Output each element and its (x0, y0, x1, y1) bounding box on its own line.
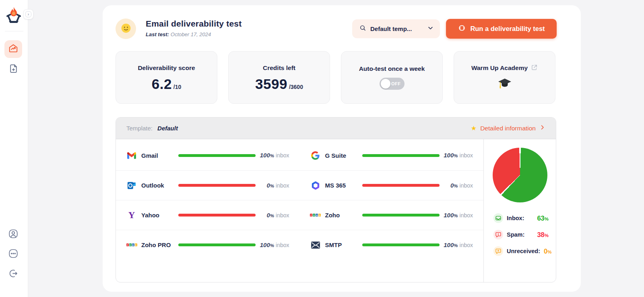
providers-grid: Gmail100%inbox G Suite100%inbox Outlook0… (116, 139, 483, 282)
provider-row-zoho: ZO HOZoho100%inbox (300, 200, 484, 230)
template-select[interactable]: Default temp... (352, 19, 440, 38)
pie-legend: Inbox:63% Spam:38% Unreceived:0% (484, 213, 556, 256)
provider-name: Outlook (141, 182, 178, 189)
legend-value: 38% (537, 231, 549, 239)
provider-inbox-percentage: 100%inbox (256, 241, 289, 249)
provider-row-gmail: Gmail100%inbox (116, 140, 300, 170)
smtp-icon (310, 241, 321, 249)
gsuite-icon (310, 151, 321, 160)
spam-icon (493, 230, 503, 239)
deliverability-gauge-icon (458, 24, 466, 34)
provider-row-ms-365: MS 3650%inbox (300, 170, 484, 200)
sidebar-item-more[interactable] (4, 245, 22, 263)
run-button-label: Run a deliverability test (470, 25, 545, 33)
sidebar-item-dashboard[interactable] (4, 40, 22, 58)
sidebar-item-profile[interactable] (4, 226, 22, 243)
last-test-date: October 17, 2024 (171, 31, 211, 37)
score-suffix: /10 (173, 84, 181, 90)
legend-label: Spam: (507, 231, 533, 238)
chevron-right-icon (539, 124, 545, 132)
logout-icon (8, 268, 19, 280)
legend-value: 0% (544, 248, 551, 255)
template-label: Template: (126, 125, 153, 132)
legend-item-unreceived: Unreceived:0% (493, 246, 549, 256)
provider-inbox-bar (362, 243, 440, 246)
toggle-knob (381, 79, 390, 89)
credits-label: Credits left (263, 64, 295, 72)
provider-inbox-bar (362, 154, 440, 157)
run-deliverability-test-button[interactable]: Run a deliverability test (446, 19, 557, 39)
card-deliverability-score: Deliverability score 6.2 /10 (116, 51, 217, 104)
legend-label: Unreceived: (507, 248, 540, 254)
provider-inbox-bar (178, 214, 256, 217)
card-credits-left: Credits left 3599 /3600 (228, 51, 330, 104)
provider-name: SMTP (325, 241, 362, 248)
deliverability-pie-chart (493, 148, 547, 202)
provider-row-zoho-pro: ZO HOZoho PRO100%inbox (116, 230, 300, 260)
pie-column: Inbox:63% Spam:38% Unreceived:0% (483, 139, 556, 282)
avatar (116, 19, 136, 39)
sidebar-divider (5, 31, 23, 31)
provider-inbox-percentage: 100%inbox (440, 241, 473, 249)
provider-inbox-bar (362, 214, 440, 217)
auto-test-toggle[interactable]: OFF (380, 78, 405, 90)
template-panel: Template: Default ★ Detailed information… (116, 117, 556, 283)
outlook-icon (126, 181, 137, 190)
auto-test-label: Auto-test once a week (359, 65, 425, 72)
unreceived-icon (493, 246, 503, 256)
yahoo-icon: Y (126, 210, 137, 220)
sidebar-item-new-test[interactable] (4, 60, 22, 78)
detailed-information-link[interactable]: ★ Detailed information (471, 124, 545, 132)
academy-label: Warm Up Academy (471, 64, 528, 72)
score-value: 6.2 (152, 77, 172, 91)
provider-inbox-percentage: 0%inbox (440, 182, 473, 189)
template-bar: Template: Default ★ Detailed information (116, 118, 556, 139)
provider-inbox-percentage: 100%inbox (256, 152, 289, 159)
provider-inbox-bar (362, 184, 440, 187)
file-plus-icon (8, 64, 19, 75)
main-panel: Email deliverability test Last test:Octo… (103, 5, 581, 292)
sidebar: › (0, 0, 28, 297)
legend-item-spam: Spam:38% (493, 230, 549, 239)
provider-inbox-bar (178, 184, 256, 187)
inbox-icon (493, 213, 503, 223)
provider-row-outlook: Outlook0%inbox (116, 170, 300, 200)
score-label: Deliverability score (138, 64, 195, 72)
zoho-icon: ZO HO (310, 214, 321, 217)
credits-suffix: /3600 (289, 84, 303, 90)
user-profile-icon (8, 229, 19, 241)
header-title-block: Email deliverability test Last test:Octo… (146, 19, 242, 37)
template-select-value: Default temp... (370, 25, 423, 32)
provider-row-smtp: SMTP100%inbox (300, 230, 484, 260)
legend-item-inbox: Inbox:63% (493, 213, 549, 223)
sidebar-item-logout[interactable] (4, 265, 22, 283)
last-test-label: Last test: (146, 31, 169, 37)
legend-value: 63% (537, 214, 549, 222)
card-warmup-academy[interactable]: Warm Up Academy (454, 51, 555, 104)
provider-name: MS 365 (325, 182, 362, 189)
provider-row-g-suite: G Suite100%inbox (300, 140, 484, 170)
provider-inbox-percentage: 100%inbox (440, 152, 473, 159)
provider-inbox-percentage: 0%inbox (256, 182, 289, 189)
external-link-icon[interactable] (531, 64, 538, 72)
provider-name: Yahoo (141, 212, 178, 219)
flame-inbox-logo-icon (5, 6, 23, 23)
star-icon: ★ (471, 124, 477, 132)
app-root: › (0, 0, 644, 297)
provider-inbox-percentage: 100%inbox (440, 212, 473, 219)
toggle-state-label: OFF (391, 81, 401, 86)
graduation-cap-icon (498, 78, 512, 91)
home-analytics-icon (8, 43, 19, 55)
provider-name: G Suite (325, 152, 362, 159)
sidebar-collapse-button[interactable]: › (23, 9, 33, 19)
zoho-icon: ZO HO (126, 243, 137, 246)
legend-label: Inbox: (507, 215, 533, 221)
template-value: Default (157, 125, 178, 132)
provider-row-yahoo: YYahoo0%inbox (116, 200, 300, 230)
chevron-right-icon: › (25, 11, 31, 17)
detailed-information-label: Detailed information (480, 125, 536, 132)
smiley-emoji-icon (121, 23, 131, 35)
card-auto-test: Auto-test once a week OFF (341, 51, 443, 104)
last-test-subtitle: Last test:October 17, 2024 (146, 31, 242, 37)
provider-name: Zoho (325, 212, 362, 219)
